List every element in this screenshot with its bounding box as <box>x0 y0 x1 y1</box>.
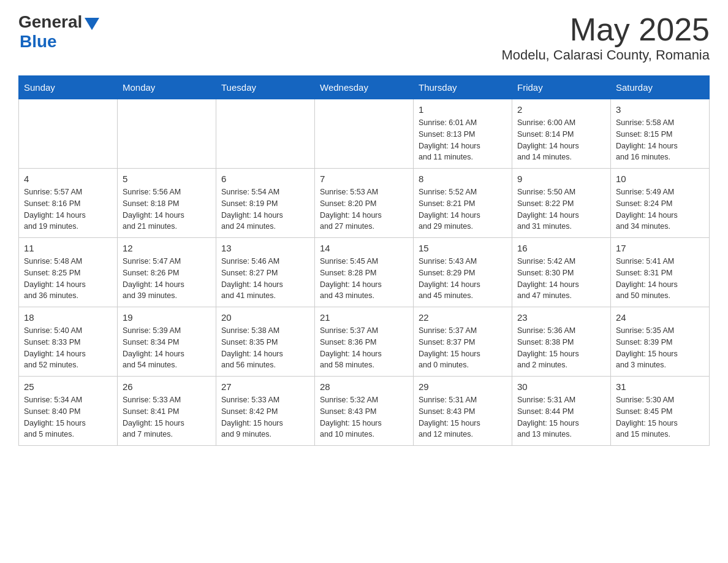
day-info: Sunrise: 5:37 AM Sunset: 8:37 PM Dayligh… <box>419 325 507 371</box>
day-cell: 8Sunrise: 5:52 AM Sunset: 8:21 PM Daylig… <box>414 169 512 238</box>
header-cell-monday: Monday <box>118 76 216 99</box>
calendar-table: SundayMondayTuesdayWednesdayThursdayFrid… <box>18 75 710 446</box>
day-number: 26 <box>123 381 211 392</box>
day-info: Sunrise: 5:38 AM Sunset: 8:35 PM Dayligh… <box>221 325 309 371</box>
day-number: 13 <box>221 243 309 253</box>
day-info: Sunrise: 5:30 AM Sunset: 8:45 PM Dayligh… <box>616 394 704 440</box>
day-number: 18 <box>24 312 112 323</box>
day-info: Sunrise: 5:58 AM Sunset: 8:15 PM Dayligh… <box>616 117 704 163</box>
day-info: Sunrise: 5:43 AM Sunset: 8:29 PM Dayligh… <box>419 256 507 302</box>
day-info: Sunrise: 5:50 AM Sunset: 8:22 PM Dayligh… <box>517 186 605 232</box>
day-cell: 12Sunrise: 5:47 AM Sunset: 8:26 PM Dayli… <box>118 238 216 307</box>
day-number: 29 <box>419 381 507 392</box>
page-header: General Blue May 2025 Modelu, Calarasi C… <box>18 12 710 63</box>
day-number: 9 <box>517 174 605 184</box>
day-cell: 2Sunrise: 6:00 AM Sunset: 8:14 PM Daylig… <box>512 99 611 169</box>
day-info: Sunrise: 5:33 AM Sunset: 8:42 PM Dayligh… <box>221 394 309 440</box>
day-number: 25 <box>24 381 112 392</box>
day-cell: 17Sunrise: 5:41 AM Sunset: 8:31 PM Dayli… <box>611 238 710 307</box>
day-info: Sunrise: 5:41 AM Sunset: 8:31 PM Dayligh… <box>616 256 704 302</box>
logo-triangle-icon <box>85 18 99 30</box>
day-info: Sunrise: 5:54 AM Sunset: 8:19 PM Dayligh… <box>221 186 309 232</box>
day-cell: 5Sunrise: 5:56 AM Sunset: 8:18 PM Daylig… <box>118 169 216 238</box>
day-cell: 10Sunrise: 5:49 AM Sunset: 8:24 PM Dayli… <box>611 169 710 238</box>
day-info: Sunrise: 6:01 AM Sunset: 8:13 PM Dayligh… <box>419 117 507 163</box>
day-info: Sunrise: 5:37 AM Sunset: 8:36 PM Dayligh… <box>320 325 408 371</box>
day-cell <box>216 99 315 169</box>
header-cell-saturday: Saturday <box>611 76 710 99</box>
day-info: Sunrise: 5:31 AM Sunset: 8:44 PM Dayligh… <box>517 394 605 440</box>
day-info: Sunrise: 5:39 AM Sunset: 8:34 PM Dayligh… <box>123 325 211 371</box>
day-number: 12 <box>123 243 211 253</box>
day-number: 20 <box>221 312 309 323</box>
day-number: 19 <box>123 312 211 323</box>
day-number: 30 <box>517 381 605 392</box>
day-cell: 31Sunrise: 5:30 AM Sunset: 8:45 PM Dayli… <box>611 377 710 446</box>
day-cell <box>315 99 414 169</box>
day-number: 16 <box>517 243 605 253</box>
day-number: 24 <box>616 312 704 323</box>
header-cell-friday: Friday <box>512 76 611 99</box>
day-cell: 29Sunrise: 5:31 AM Sunset: 8:43 PM Dayli… <box>414 377 512 446</box>
calendar-body: 1Sunrise: 6:01 AM Sunset: 8:13 PM Daylig… <box>19 99 710 446</box>
day-cell: 16Sunrise: 5:42 AM Sunset: 8:30 PM Dayli… <box>512 238 611 307</box>
day-number: 5 <box>123 174 211 184</box>
day-number: 31 <box>616 381 704 392</box>
day-number: 4 <box>24 174 112 184</box>
day-info: Sunrise: 5:36 AM Sunset: 8:38 PM Dayligh… <box>517 325 605 371</box>
day-cell: 22Sunrise: 5:37 AM Sunset: 8:37 PM Dayli… <box>414 307 512 377</box>
day-info: Sunrise: 6:00 AM Sunset: 8:14 PM Dayligh… <box>517 117 605 163</box>
day-info: Sunrise: 5:56 AM Sunset: 8:18 PM Dayligh… <box>123 186 211 232</box>
calendar-subtitle: Modelu, Calarasi County, Romania <box>501 47 710 63</box>
day-cell: 21Sunrise: 5:37 AM Sunset: 8:36 PM Dayli… <box>315 307 414 377</box>
day-number: 3 <box>616 104 704 115</box>
day-cell: 23Sunrise: 5:36 AM Sunset: 8:38 PM Dayli… <box>512 307 611 377</box>
day-number: 22 <box>419 312 507 323</box>
day-cell: 3Sunrise: 5:58 AM Sunset: 8:15 PM Daylig… <box>611 99 710 169</box>
day-cell <box>19 99 118 169</box>
day-cell: 1Sunrise: 6:01 AM Sunset: 8:13 PM Daylig… <box>414 99 512 169</box>
day-number: 27 <box>221 381 309 392</box>
day-number: 6 <box>221 174 309 184</box>
day-info: Sunrise: 5:45 AM Sunset: 8:28 PM Dayligh… <box>320 256 408 302</box>
day-cell: 14Sunrise: 5:45 AM Sunset: 8:28 PM Dayli… <box>315 238 414 307</box>
day-info: Sunrise: 5:52 AM Sunset: 8:21 PM Dayligh… <box>419 186 507 232</box>
day-info: Sunrise: 5:46 AM Sunset: 8:27 PM Dayligh… <box>221 256 309 302</box>
day-number: 15 <box>419 243 507 253</box>
header-cell-sunday: Sunday <box>19 76 118 99</box>
header-cell-thursday: Thursday <box>414 76 512 99</box>
logo-blue-text: Blue <box>20 32 57 52</box>
day-info: Sunrise: 5:35 AM Sunset: 8:39 PM Dayligh… <box>616 325 704 371</box>
day-number: 17 <box>616 243 704 253</box>
day-cell: 11Sunrise: 5:48 AM Sunset: 8:25 PM Dayli… <box>19 238 118 307</box>
day-info: Sunrise: 5:31 AM Sunset: 8:43 PM Dayligh… <box>419 394 507 440</box>
day-cell: 13Sunrise: 5:46 AM Sunset: 8:27 PM Dayli… <box>216 238 315 307</box>
logo-general-text: General <box>18 12 82 32</box>
calendar-header: SundayMondayTuesdayWednesdayThursdayFrid… <box>19 76 710 99</box>
logo: General Blue <box>18 12 99 52</box>
day-number: 14 <box>320 243 408 253</box>
day-cell: 26Sunrise: 5:33 AM Sunset: 8:41 PM Dayli… <box>118 377 216 446</box>
week-row-4: 18Sunrise: 5:40 AM Sunset: 8:33 PM Dayli… <box>19 307 710 377</box>
day-info: Sunrise: 5:53 AM Sunset: 8:20 PM Dayligh… <box>320 186 408 232</box>
day-number: 8 <box>419 174 507 184</box>
day-cell: 20Sunrise: 5:38 AM Sunset: 8:35 PM Dayli… <box>216 307 315 377</box>
day-number: 28 <box>320 381 408 392</box>
day-info: Sunrise: 5:48 AM Sunset: 8:25 PM Dayligh… <box>24 256 112 302</box>
day-info: Sunrise: 5:42 AM Sunset: 8:30 PM Dayligh… <box>517 256 605 302</box>
day-number: 10 <box>616 174 704 184</box>
week-row-1: 1Sunrise: 6:01 AM Sunset: 8:13 PM Daylig… <box>19 99 710 169</box>
day-info: Sunrise: 5:49 AM Sunset: 8:24 PM Dayligh… <box>616 186 704 232</box>
day-cell: 15Sunrise: 5:43 AM Sunset: 8:29 PM Dayli… <box>414 238 512 307</box>
day-cell: 28Sunrise: 5:32 AM Sunset: 8:43 PM Dayli… <box>315 377 414 446</box>
day-number: 7 <box>320 174 408 184</box>
day-info: Sunrise: 5:32 AM Sunset: 8:43 PM Dayligh… <box>320 394 408 440</box>
day-number: 11 <box>24 243 112 253</box>
day-cell <box>118 99 216 169</box>
day-cell: 27Sunrise: 5:33 AM Sunset: 8:42 PM Dayli… <box>216 377 315 446</box>
day-number: 23 <box>517 312 605 323</box>
week-row-2: 4Sunrise: 5:57 AM Sunset: 8:16 PM Daylig… <box>19 169 710 238</box>
day-number: 21 <box>320 312 408 323</box>
day-cell: 6Sunrise: 5:54 AM Sunset: 8:19 PM Daylig… <box>216 169 315 238</box>
day-cell: 7Sunrise: 5:53 AM Sunset: 8:20 PM Daylig… <box>315 169 414 238</box>
